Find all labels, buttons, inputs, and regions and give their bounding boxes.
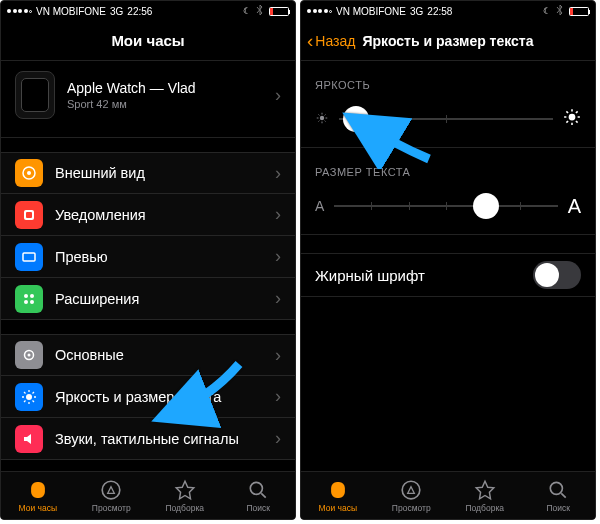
page-title: Мои часы — [111, 32, 184, 49]
tab-label: Просмотр — [392, 503, 431, 513]
tab-label: Подборка — [465, 503, 504, 513]
status-bar: VN MOBIFONE 3G 22:56 ☾ — [1, 1, 295, 21]
section-textsize-title: РАЗМЕР ТЕКСТА — [301, 148, 595, 184]
gear-icon — [15, 341, 43, 369]
svg-point-43 — [402, 481, 420, 499]
tab-bar: Мои часы Просмотр Подборка Поиск — [1, 471, 295, 519]
carrier-label: VN MOBIFONE — [336, 6, 406, 17]
chevron-right-icon: › — [275, 163, 281, 184]
tab-browse[interactable]: Просмотр — [375, 472, 449, 519]
bold-text-switch[interactable] — [533, 261, 581, 289]
tab-search[interactable]: Поиск — [222, 472, 296, 519]
svg-point-44 — [551, 482, 563, 494]
svg-line-40 — [566, 121, 568, 123]
svg-point-8 — [30, 300, 34, 304]
svg-line-38 — [566, 111, 568, 113]
svg-point-24 — [320, 115, 324, 119]
row-label: Расширения — [55, 291, 275, 307]
back-label: Назад — [315, 33, 355, 49]
svg-line-31 — [319, 120, 320, 121]
row-general[interactable]: Основные › — [1, 334, 295, 376]
clock: 22:58 — [427, 6, 452, 17]
textsize-min-label: A — [315, 198, 324, 214]
bluetooth-off-icon — [256, 4, 264, 18]
content-scroll[interactable]: Apple Watch — Vlad Sport 42 мм › Внешний… — [1, 61, 295, 471]
nav-header: ‹ Назад Яркость и размер текста — [301, 21, 595, 61]
row-label: Превью — [55, 249, 275, 265]
appearance-icon — [15, 159, 43, 187]
svg-line-19 — [33, 392, 35, 394]
chevron-right-icon: › — [275, 204, 281, 225]
bold-text-label: Жирный шрифт — [315, 267, 533, 284]
textsize-max-label: A — [568, 195, 581, 218]
svg-rect-4 — [23, 253, 35, 261]
textsize-slider[interactable] — [334, 192, 557, 220]
chevron-right-icon: › — [275, 246, 281, 267]
star-icon — [174, 479, 196, 501]
chevron-right-icon: › — [275, 386, 281, 407]
svg-rect-20 — [32, 483, 44, 497]
compass-icon — [100, 479, 122, 501]
network-label: 3G — [410, 6, 423, 17]
compass-icon — [400, 479, 422, 501]
chevron-right-icon: › — [275, 288, 281, 309]
svg-rect-3 — [26, 212, 32, 218]
tab-browse[interactable]: Просмотр — [75, 472, 149, 519]
battery-icon — [269, 7, 289, 16]
watch-outline-icon — [327, 479, 349, 501]
tab-label: Мои часы — [18, 503, 57, 513]
brightness-slider[interactable] — [339, 105, 553, 133]
tab-mywatch[interactable]: Мои часы — [301, 472, 375, 519]
svg-point-33 — [569, 114, 576, 121]
tab-featured[interactable]: Подборка — [448, 472, 522, 519]
chevron-left-icon: ‹ — [307, 31, 313, 50]
network-label: 3G — [110, 6, 123, 17]
battery-icon — [569, 7, 589, 16]
row-notifications[interactable]: Уведомления › — [1, 194, 295, 236]
tab-bar: Мои часы Просмотр Подборка Поиск — [301, 471, 595, 519]
back-button[interactable]: ‹ Назад — [307, 31, 355, 50]
tab-label: Мои часы — [318, 503, 357, 513]
watch-thumbnail-icon — [15, 71, 55, 119]
page-title: Яркость и размер текста — [362, 33, 533, 49]
tab-search[interactable]: Поиск — [522, 472, 596, 519]
tab-mywatch[interactable]: Мои часы — [1, 472, 75, 519]
tab-featured[interactable]: Подборка — [148, 472, 222, 519]
row-sounds[interactable]: Звуки, тактильные сигналы › — [1, 418, 295, 460]
paired-watch-row[interactable]: Apple Watch — Vlad Sport 42 мм › — [1, 61, 295, 138]
svg-line-17 — [33, 400, 35, 402]
svg-point-6 — [30, 294, 34, 298]
row-appearance[interactable]: Внешний вид › — [1, 152, 295, 194]
brightness-slider-row — [301, 97, 595, 148]
svg-rect-42 — [332, 483, 344, 497]
svg-line-29 — [319, 114, 320, 115]
svg-point-1 — [27, 171, 31, 175]
svg-line-30 — [325, 120, 326, 121]
chevron-right-icon: › — [275, 428, 281, 449]
row-label: Уведомления — [55, 207, 275, 223]
tab-label: Поиск — [246, 503, 270, 513]
tab-label: Подборка — [165, 503, 204, 513]
phone-right: VN MOBIFONE 3G 22:58 ☾ ‹ Назад Яркость и… — [300, 0, 596, 520]
row-label: Внешний вид — [55, 165, 275, 181]
svg-line-39 — [576, 121, 578, 123]
row-glances[interactable]: Превью › — [1, 236, 295, 278]
watch-name: Apple Watch — Vlad — [67, 80, 275, 96]
svg-line-45 — [562, 493, 566, 497]
search-icon — [547, 479, 569, 501]
section-brightness-title: ЯРКОСТЬ — [301, 61, 595, 97]
star-icon — [474, 479, 496, 501]
carrier-label: VN MOBIFONE — [36, 6, 106, 17]
signal-dots-icon — [7, 9, 32, 13]
svg-point-11 — [26, 394, 32, 400]
svg-line-32 — [325, 114, 326, 115]
row-brightness[interactable]: Яркость и размер текста › — [1, 376, 295, 418]
tab-label: Поиск — [546, 503, 570, 513]
watch-outline-icon — [27, 479, 49, 501]
sounds-icon — [15, 425, 43, 453]
row-extensions[interactable]: Расширения › — [1, 278, 295, 320]
search-icon — [247, 479, 269, 501]
svg-line-16 — [24, 392, 26, 394]
content-scroll[interactable]: ЯРКОСТЬ РАЗМЕР ТЕКСТА A — [301, 61, 595, 471]
glances-icon — [15, 243, 43, 271]
